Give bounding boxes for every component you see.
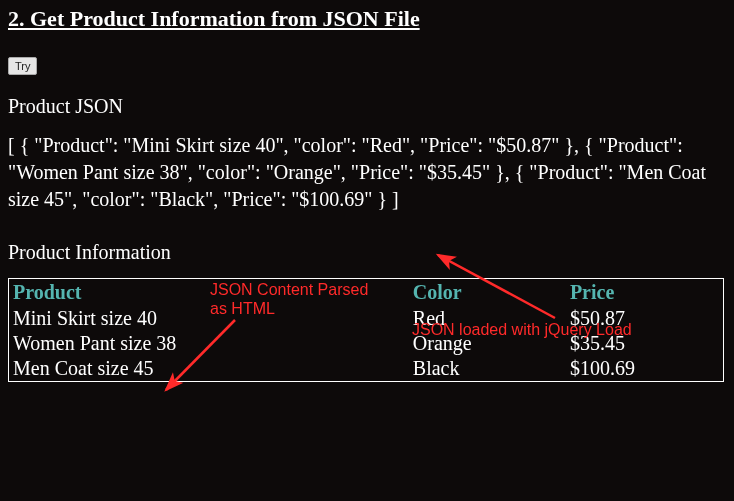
- cell-color: Red: [409, 306, 566, 331]
- table-header-row: Product Color Price: [9, 279, 723, 306]
- json-raw-text: [ { "Product": "Mini Skirt size 40", "co…: [8, 132, 723, 213]
- section-heading: 2. Get Product Information from JSON Fil…: [8, 6, 726, 32]
- table-row: Men Coat size 45 Black $100.69: [9, 356, 723, 381]
- cell-color: Black: [409, 356, 566, 381]
- cell-price: $35.45: [566, 331, 723, 356]
- product-table: Product Color Price Mini Skirt size 40 R…: [9, 279, 723, 381]
- cell-color: Orange: [409, 331, 566, 356]
- cell-product: Women Pant size 38: [9, 331, 409, 356]
- table-row: Mini Skirt size 40 Red $50.87: [9, 306, 723, 331]
- header-color: Color: [409, 279, 566, 306]
- table-row: Women Pant size 38 Orange $35.45: [9, 331, 723, 356]
- cell-price: $50.87: [566, 306, 723, 331]
- header-price: Price: [566, 279, 723, 306]
- cell-price: $100.69: [566, 356, 723, 381]
- json-label: Product JSON: [8, 95, 726, 118]
- header-product: Product: [9, 279, 409, 306]
- product-info-label: Product Information: [8, 241, 726, 264]
- product-table-container: Product Color Price Mini Skirt size 40 R…: [8, 278, 724, 382]
- try-button[interactable]: Try: [8, 57, 37, 75]
- cell-product: Men Coat size 45: [9, 356, 409, 381]
- cell-product: Mini Skirt size 40: [9, 306, 409, 331]
